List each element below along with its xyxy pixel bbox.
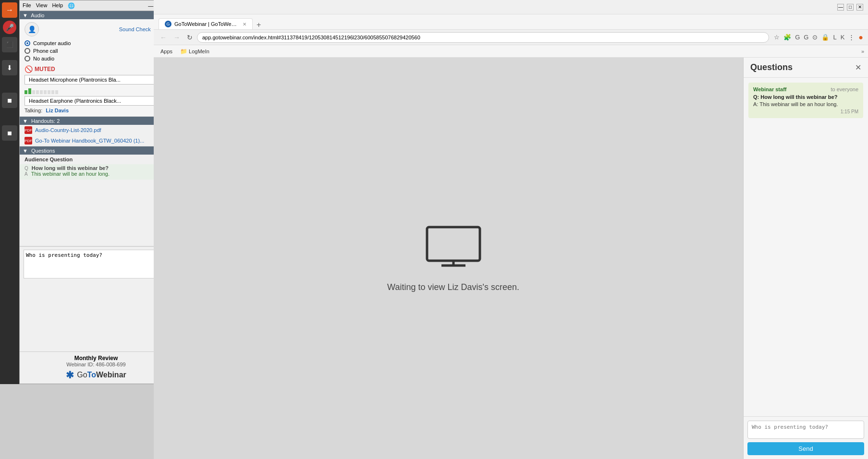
monitor-icon — [425, 225, 482, 275]
answer-text: This webinar will be an hour long. — [31, 171, 110, 177]
browser-toolbar: ← → ↻ ☆ 🧩 G G ⊙ 🔒 L K ⋮ ● — [154, 30, 868, 45]
grammarly-btn[interactable]: G — [803, 33, 809, 42]
questions-section-left: ▼ Questions ⊠ Audience Question Q How lo… — [20, 146, 172, 246]
browser-close-btn[interactable]: ✕ — [856, 4, 863, 11]
profile-btn[interactable]: ● — [857, 32, 864, 43]
radio-computer-audio[interactable]: Computer audio — [24, 40, 168, 46]
sidebar-screen-btn[interactable]: ⬛ — [2, 37, 17, 52]
radio-phone-call[interactable]: Phone call — [24, 48, 168, 54]
new-tab-btn[interactable]: + — [253, 21, 265, 29]
audio-section-header[interactable]: ▼ Audio ⊠ — [20, 11, 172, 19]
qmsg-question: Q: How long will this webinar be? — [753, 94, 858, 100]
app-titlebar: File View Help 🌐 — □ ✕ — [20, 0, 172, 11]
question-item: Q How long will this webinar be? A This … — [20, 164, 172, 180]
waiting-text: Waiting to view Liz Davis's screen. — [387, 282, 519, 292]
level-bars — [24, 88, 168, 94]
globe-icon: 🌐 — [68, 2, 75, 9]
chat-input-area: Send — [20, 246, 172, 352]
forward-btn[interactable]: → — [171, 33, 183, 42]
bookmark-logmein[interactable]: 📁 LogMeIn — [177, 47, 212, 56]
questions-panel-close-btn[interactable]: ✕ — [855, 63, 861, 72]
google-btn[interactable]: G — [794, 33, 801, 42]
question-message: Webinar staff to everyone Q: How long wi… — [748, 83, 863, 118]
qmsg-time: 1:15 PM — [753, 109, 858, 114]
sidebar-extra-btn[interactable]: ◼ — [2, 93, 17, 108]
back-btn[interactable]: ← — [158, 33, 169, 42]
active-tab[interactable]: G GoToWebinar | GoToWebinar ✕ — [159, 18, 253, 29]
sound-check-label[interactable]: Sound Check — [119, 26, 151, 32]
talking-name: Liz Davis — [46, 108, 69, 113]
level-bar-8 — [51, 90, 54, 94]
handouts-section: ▼ Handouts: 2 ⊠ PDF Audio-Country-List-2… — [20, 117, 172, 146]
sidebar-mic-btn[interactable]: 🎤 — [3, 21, 16, 34]
chrome-btn[interactable]: ⊙ — [811, 33, 819, 42]
apps-label: Apps — [160, 48, 172, 54]
extensions-btn[interactable]: 🧩 — [782, 33, 792, 42]
audio-options: Computer audio Phone call No audio — [24, 40, 168, 61]
refresh-btn[interactable]: ↻ — [184, 33, 195, 42]
folder-icon: 📁 — [180, 48, 187, 55]
pdf-icon-1: PDF — [24, 126, 32, 134]
question-text: How long will this webinar be? — [32, 165, 109, 171]
handouts-header-label: ▼ Handouts: 2 — [23, 118, 60, 124]
browser-content: Waiting to view Liz Davis's screen. ✱ (a… — [154, 58, 868, 459]
tab-close-btn[interactable]: ✕ — [243, 22, 246, 27]
sidebar-down-btn[interactable]: ⬇ — [2, 60, 17, 75]
goto-asterisk-icon: ✱ — [66, 369, 74, 381]
bookmarks-bar: Apps 📁 LogMeIn » — [154, 45, 868, 58]
audio-avatar: 👤 — [24, 22, 39, 36]
muted-label: MUTED — [35, 66, 55, 72]
browser-window-controls: — □ ✕ — [837, 4, 863, 11]
handout-item-1[interactable]: PDF Audio-Country-List-2020.pdf — [20, 125, 172, 135]
level-bar-7 — [48, 90, 50, 94]
sidebar-extra2-btn[interactable]: ◼ — [2, 125, 17, 141]
talking-row: Talking: Liz Davis — [24, 108, 168, 113]
lastpass-btn[interactable]: L — [832, 33, 837, 42]
handouts-header[interactable]: ▼ Handouts: 2 ⊠ — [20, 117, 172, 125]
microphone-select[interactable]: Headset Microphone (Plantronics Bla... — [24, 75, 168, 85]
pdf-icon-2: PDF — [24, 137, 32, 145]
questions-panel-title: Questions — [750, 62, 793, 72]
q-label: Q — [24, 166, 28, 171]
menu-dots-btn[interactable]: ⋮ — [847, 33, 856, 42]
menu-file[interactable]: File — [23, 2, 31, 9]
radio-no-audio[interactable]: No audio — [24, 56, 168, 61]
bookmarks-more-btn[interactable]: » — [861, 48, 864, 54]
questions-header[interactable]: ▼ Questions ⊠ — [20, 146, 172, 155]
question-q: Q How long will this webinar be? — [24, 165, 168, 171]
sidebar-arrow-btn[interactable]: → — [2, 2, 17, 18]
qpanel-input-area: Send — [744, 416, 868, 459]
address-bar[interactable] — [197, 32, 769, 43]
talking-label: Talking: — [24, 108, 42, 113]
goto-text: GoToWebinar — [77, 371, 126, 379]
audio-section: 👤 Sound Check ? Computer audio Phone cal… — [20, 19, 172, 117]
webinar-title: Monthly Review — [24, 355, 168, 362]
bookmark-star-btn[interactable]: ☆ — [773, 33, 781, 42]
qpanel-input[interactable] — [747, 421, 864, 439]
qmsg-header: Webinar staff to everyone — [753, 86, 858, 92]
browser-maximize-btn[interactable]: □ — [847, 4, 854, 11]
handout-item-2[interactable]: PDF Go-To Webinar Handbook_GTW_060420 (1… — [20, 135, 172, 146]
vpn-btn[interactable]: 🔒 — [820, 33, 830, 42]
radio-computer-label: Computer audio — [33, 40, 71, 46]
earphone-select[interactable]: Headset Earphone (Plantronics Black... — [24, 96, 168, 106]
radio-phone-circle — [24, 48, 30, 54]
toolbar-icons: ☆ 🧩 G G ⊙ 🔒 L K ⋮ ● — [773, 32, 864, 43]
logmein-label: LogMeIn — [189, 48, 209, 54]
kaspersky-btn[interactable]: K — [840, 33, 846, 42]
send-row: Send — [24, 278, 169, 288]
qpanel-send-btn[interactable]: Send — [747, 442, 864, 455]
menu-view[interactable]: View — [36, 2, 48, 9]
goto-logo: ✱ GoToWebinar — [24, 369, 168, 381]
chat-textarea[interactable] — [24, 250, 169, 278]
qpanel-spacer — [744, 123, 868, 416]
bookmark-apps[interactable]: Apps — [158, 48, 175, 55]
radio-noaudio-circle — [24, 56, 30, 61]
browser-minimize-btn[interactable]: — — [837, 4, 844, 11]
questions-panel: Questions ✕ Webinar staff to everyone Q:… — [743, 58, 868, 459]
level-bar-5 — [40, 90, 43, 94]
svg-rect-0 — [427, 227, 480, 261]
menu-help[interactable]: Help — [52, 2, 63, 9]
desktop-app: File View Help 🌐 — □ ✕ ▼ Audio ⊠ 👤 Sound… — [19, 0, 173, 384]
level-bar-2 — [28, 88, 31, 94]
